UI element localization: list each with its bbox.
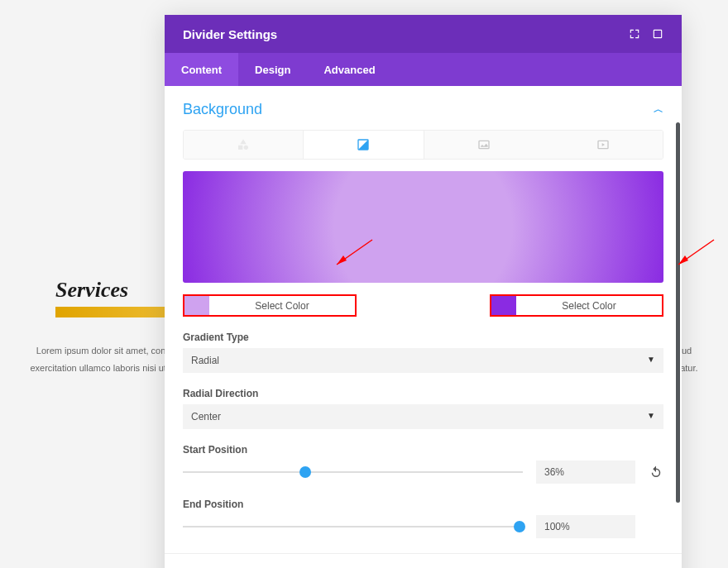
background-type-tabs bbox=[183, 130, 663, 160]
gradient-color-2-button[interactable]: Select Color bbox=[490, 294, 663, 317]
expand-icon[interactable] bbox=[629, 28, 640, 40]
gradient-type-label: Gradient Type bbox=[183, 332, 663, 343]
divider-settings-modal: Divider Settings Content Design Advanced… bbox=[165, 15, 682, 568]
gradient-color-2-swatch bbox=[491, 296, 516, 315]
tab-design[interactable]: Design bbox=[238, 53, 307, 86]
tab-content[interactable]: Content bbox=[165, 53, 238, 86]
start-position-value[interactable] bbox=[536, 461, 635, 484]
section-admin-label-header[interactable]: Admin Label ﹀ bbox=[165, 553, 682, 568]
radial-direction-select[interactable] bbox=[183, 404, 663, 429]
panel-content: Background ︿ Select Color Select Color G… bbox=[165, 86, 682, 538]
start-position-label: Start Position bbox=[183, 444, 663, 456]
page-services-heading: Services bbox=[55, 278, 128, 303]
gradient-color-1-swatch bbox=[184, 296, 209, 315]
modal-header: Divider Settings bbox=[165, 15, 682, 53]
gradient-preview bbox=[183, 171, 663, 283]
scrollbar[interactable] bbox=[676, 122, 680, 503]
tab-advanced[interactable]: Advanced bbox=[307, 53, 391, 86]
gradient-type-select[interactable] bbox=[183, 348, 663, 373]
help-icon[interactable] bbox=[652, 28, 663, 40]
end-position-value[interactable] bbox=[536, 515, 635, 538]
end-position-label: End Position bbox=[183, 499, 663, 510]
radial-direction-label: Radial Direction bbox=[183, 388, 663, 399]
section-background-header[interactable]: Background ︿ bbox=[183, 101, 663, 118]
gradient-color-2-label: Select Color bbox=[516, 300, 662, 312]
end-position-slider[interactable] bbox=[183, 518, 523, 535]
tabs-bar: Content Design Advanced bbox=[165, 53, 682, 86]
bg-type-image[interactable] bbox=[424, 131, 544, 159]
svg-line-5 bbox=[678, 240, 714, 265]
section-background-title: Background bbox=[183, 101, 262, 118]
start-position-reset-icon[interactable] bbox=[649, 465, 663, 480]
svg-rect-1 bbox=[479, 141, 489, 148]
start-position-slider[interactable] bbox=[183, 464, 523, 480]
gradient-color-1-button[interactable]: Select Color bbox=[183, 294, 357, 317]
bg-type-color[interactable] bbox=[184, 131, 303, 159]
chevron-up-icon: ︿ bbox=[654, 103, 663, 117]
bg-type-video[interactable] bbox=[544, 131, 663, 159]
gradient-color-1-label: Select Color bbox=[209, 300, 355, 312]
bg-type-gradient[interactable] bbox=[303, 131, 424, 159]
modal-title: Divider Settings bbox=[183, 27, 277, 41]
